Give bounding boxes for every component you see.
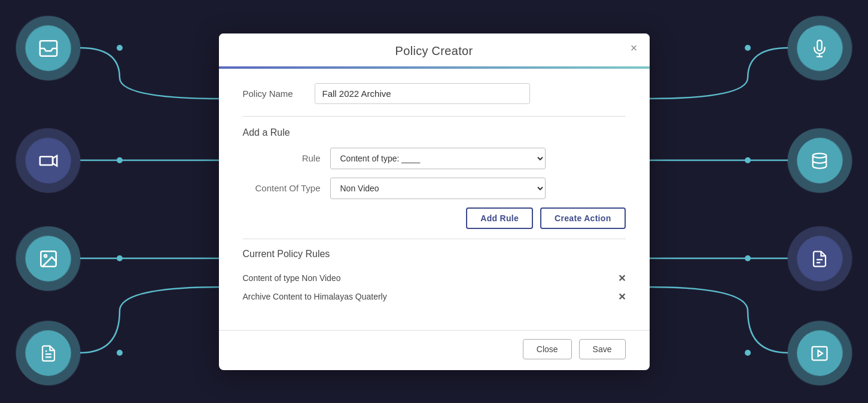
right-video-circle[interactable] — [787, 320, 852, 386]
svg-point-2 — [117, 45, 123, 51]
rule-item-1-delete[interactable]: ✕ — [618, 273, 626, 284]
svg-point-34 — [813, 154, 827, 158]
modal-header: Policy Creator × — [219, 33, 650, 58]
current-rules-title: Current Policy Rules — [243, 249, 626, 259]
file-list-icon — [811, 250, 829, 268]
database-icon — [811, 152, 829, 170]
create-action-button[interactable]: Create Action — [540, 207, 625, 229]
section-divider-2 — [243, 239, 626, 239]
section-divider-1 — [243, 116, 626, 117]
modal-title: Policy Creator — [395, 44, 473, 58]
rule-row: Rule Content of type: ____ Content of ty… — [243, 148, 626, 169]
left-top-circle[interactable] — [16, 16, 81, 81]
right-doc2-circle[interactable] — [787, 226, 852, 292]
content-type-select[interactable]: Non Video Video All — [330, 178, 546, 199]
svg-point-11 — [117, 350, 123, 356]
video-icon — [38, 151, 59, 171]
rule-item-2: Archive Content to Himalayas Quaterly ✕ — [243, 288, 626, 306]
left-image-circle[interactable] — [16, 226, 81, 292]
svg-point-17 — [745, 157, 751, 163]
close-button[interactable]: × — [631, 42, 638, 54]
right-mid-circle[interactable] — [787, 128, 852, 194]
svg-point-28 — [44, 255, 47, 257]
svg-rect-25 — [40, 157, 53, 165]
policy-name-row: Policy Name — [243, 83, 626, 104]
modal-footer: Close Save — [219, 330, 650, 370]
content-type-label: Content Of Type — [243, 183, 321, 193]
svg-rect-37 — [812, 347, 827, 361]
add-rule-title: Add a Rule — [243, 127, 626, 138]
rule-select[interactable]: Content of type: ____ Content of type: V… — [330, 148, 546, 169]
image-icon — [38, 249, 59, 269]
right-top-circle[interactable] — [787, 16, 852, 81]
footer-close-button[interactable]: Close — [523, 339, 572, 359]
rule-item-1-text: Content of type Non Video — [243, 273, 341, 283]
svg-point-14 — [745, 45, 751, 51]
content-type-row: Content Of Type Non Video Video All — [243, 178, 626, 199]
rule-item-2-delete[interactable]: ✕ — [618, 291, 626, 303]
svg-point-5 — [117, 157, 123, 163]
document-icon — [39, 344, 57, 362]
add-rule-button[interactable]: Add Rule — [466, 207, 533, 229]
rules-list: Content of type Non Video ✕ Archive Cont… — [243, 269, 626, 306]
microphone-icon — [811, 39, 829, 57]
svg-point-8 — [117, 255, 123, 261]
policy-name-input[interactable] — [315, 83, 530, 104]
rule-item-2-text: Archive Content to Himalayas Quaterly — [243, 292, 387, 301]
play-square-icon — [811, 344, 829, 362]
svg-marker-38 — [818, 350, 823, 356]
footer-save-button[interactable]: Save — [579, 339, 626, 359]
modal: Policy Creator × Policy Name Add a Rule … — [219, 33, 650, 370]
inbox-icon — [38, 38, 59, 59]
rule-item-1: Content of type Non Video ✕ — [243, 269, 626, 288]
svg-point-23 — [745, 350, 751, 356]
action-buttons-row: Add Rule Create Action — [243, 207, 626, 229]
svg-marker-26 — [53, 156, 57, 166]
modal-body: Policy Name Add a Rule Rule Content of t… — [219, 69, 650, 330]
rule-label: Rule — [243, 153, 321, 163]
svg-point-20 — [745, 255, 751, 261]
left-mid-circle[interactable] — [16, 128, 81, 194]
left-doc-circle[interactable] — [16, 320, 81, 386]
policy-name-label: Policy Name — [243, 88, 303, 99]
